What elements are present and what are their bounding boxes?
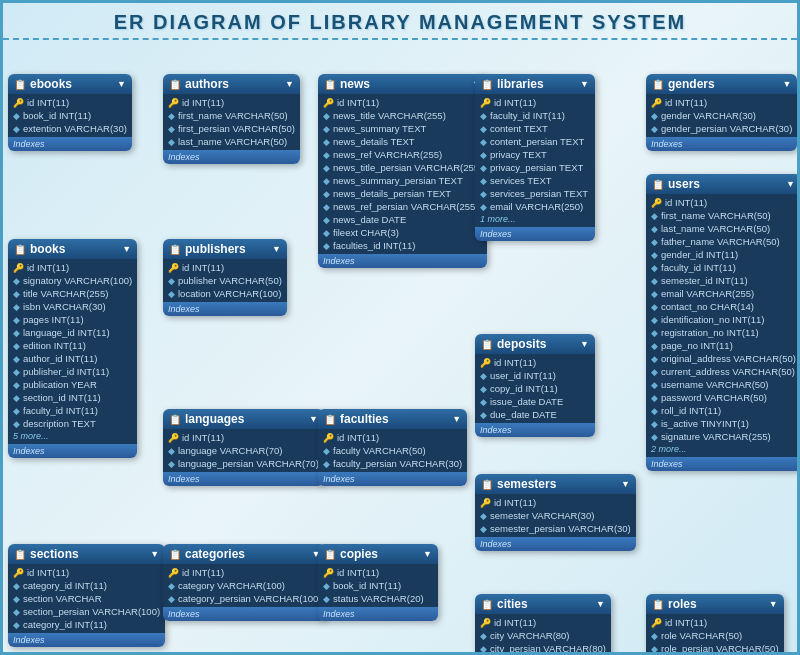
table-footer-semesters: Indexes bbox=[475, 537, 636, 551]
fk-icon: ◆ bbox=[480, 150, 487, 160]
table-row: ◆faculties_id INT(11) bbox=[318, 239, 487, 252]
field-text: publisher_id INT(11) bbox=[23, 366, 109, 377]
dropdown-icon[interactable]: ▼ bbox=[782, 79, 791, 89]
table-icon: 📋 bbox=[652, 599, 664, 610]
table-body-genders: 🔑id INT(11)◆gender VARCHAR(30)◆gender_pe… bbox=[646, 94, 797, 137]
table-row: ◆publication YEAR bbox=[8, 378, 137, 391]
dropdown-icon[interactable]: ▼ bbox=[423, 549, 432, 559]
table-row: 🔑id INT(11) bbox=[475, 96, 595, 109]
fk-icon: ◆ bbox=[651, 393, 658, 403]
table-row: ◆news_details_persian TEXT bbox=[318, 187, 487, 200]
table-name: sections bbox=[30, 547, 79, 561]
table-row: ◆section_id INT(11) bbox=[8, 391, 137, 404]
dropdown-icon[interactable]: ▼ bbox=[150, 549, 159, 559]
table-name: news bbox=[340, 77, 370, 91]
table-row: ◆category VARCHAR(100) bbox=[163, 579, 326, 592]
table-row: ◆faculty_id INT(11) bbox=[8, 404, 137, 417]
table-icon: 📋 bbox=[652, 79, 664, 90]
dropdown-icon[interactable]: ▼ bbox=[309, 414, 318, 424]
table-row: ◆status VARCHAR(20) bbox=[318, 592, 438, 605]
fk-icon: ◆ bbox=[651, 631, 658, 641]
fk-icon: ◆ bbox=[323, 189, 330, 199]
table-deposits: 📋deposits▼🔑id INT(11)◆user_id INT(11)◆co… bbox=[475, 334, 595, 437]
field-text: roll_id INT(11) bbox=[661, 405, 721, 416]
table-row: 🔑id INT(11) bbox=[8, 96, 132, 109]
table-row: ◆identification_no INT(11) bbox=[646, 313, 800, 326]
fk-icon: ◆ bbox=[480, 163, 487, 173]
table-name: cities bbox=[497, 597, 528, 611]
fk-icon: ◆ bbox=[651, 289, 658, 299]
dropdown-icon[interactable]: ▼ bbox=[769, 599, 778, 609]
field-text: current_address VARCHAR(50) bbox=[661, 366, 795, 377]
pk-icon: 🔑 bbox=[480, 358, 491, 368]
table-news: 📋news▼🔑id INT(11)◆news_title VARCHAR(255… bbox=[318, 74, 487, 268]
pk-icon: 🔑 bbox=[323, 568, 334, 578]
table-header-copies: 📋copies▼ bbox=[318, 544, 438, 564]
table-row: 🔑id INT(11) bbox=[163, 96, 300, 109]
more-fields: 5 more... bbox=[8, 430, 137, 442]
table-row: ◆faculty VARCHAR(50) bbox=[318, 444, 467, 457]
field-text: last_name VARCHAR(50) bbox=[661, 223, 770, 234]
dropdown-icon[interactable]: ▼ bbox=[786, 179, 795, 189]
dropdown-icon[interactable]: ▼ bbox=[285, 79, 294, 89]
table-row: ◆book_id INT(11) bbox=[8, 109, 132, 122]
table-row: ◆book_id INT(11) bbox=[318, 579, 438, 592]
table-row: ◆first_name VARCHAR(50) bbox=[646, 209, 800, 222]
table-name: books bbox=[30, 242, 65, 256]
table-row: 🔑id INT(11) bbox=[163, 566, 326, 579]
table-footer-categories: Indexes bbox=[163, 607, 326, 621]
field-text: id INT(11) bbox=[182, 97, 224, 108]
table-name: libraries bbox=[497, 77, 544, 91]
dropdown-icon[interactable]: ▼ bbox=[122, 244, 131, 254]
table-row: ◆semester_id INT(11) bbox=[646, 274, 800, 287]
field-text: news_ref_persian VARCHAR(255) bbox=[333, 201, 479, 212]
fk-icon: ◆ bbox=[480, 176, 487, 186]
fk-icon: ◆ bbox=[13, 315, 20, 325]
table-row: ◆semester_persian VARCHAR(30) bbox=[475, 522, 636, 535]
field-text: first_name VARCHAR(50) bbox=[661, 210, 771, 221]
fk-icon: ◆ bbox=[13, 607, 20, 617]
table-row: ◆first_name VARCHAR(50) bbox=[163, 109, 300, 122]
table-row: ◆registration_no INT(11) bbox=[646, 326, 800, 339]
field-text: section_id INT(11) bbox=[23, 392, 101, 403]
table-row: ◆news_details TEXT bbox=[318, 135, 487, 148]
field-text: id INT(11) bbox=[182, 262, 224, 273]
table-row: ◆email VARCHAR(250) bbox=[475, 200, 595, 213]
table-body-languages: 🔑id INT(11)◆language VARCHAR(70)◆languag… bbox=[163, 429, 324, 472]
table-row: ◆description TEXT bbox=[8, 417, 137, 430]
field-text: isbn VARCHAR(30) bbox=[23, 301, 106, 312]
field-text: semester VARCHAR(30) bbox=[490, 510, 594, 521]
table-row: ◆category_id INT(11) bbox=[8, 618, 165, 631]
table-semesters: 📋semesters▼🔑id INT(11)◆semester VARCHAR(… bbox=[475, 474, 636, 551]
table-row: ◆news_date DATE bbox=[318, 213, 487, 226]
dropdown-icon[interactable]: ▼ bbox=[596, 599, 605, 609]
table-name: copies bbox=[340, 547, 378, 561]
dropdown-icon[interactable]: ▼ bbox=[272, 244, 281, 254]
dropdown-icon[interactable]: ▼ bbox=[117, 79, 126, 89]
table-row: 🔑id INT(11) bbox=[318, 96, 487, 109]
fk-icon: ◆ bbox=[480, 371, 487, 381]
table-row: ◆category_persian VARCHAR(100) bbox=[163, 592, 326, 605]
table-header-genders: 📋genders▼ bbox=[646, 74, 797, 94]
table-icon: 📋 bbox=[14, 79, 26, 90]
pk-icon: 🔑 bbox=[480, 498, 491, 508]
fk-icon: ◆ bbox=[651, 237, 658, 247]
table-header-faculties: 📋faculties▼ bbox=[318, 409, 467, 429]
field-text: original_address VARCHAR(50) bbox=[661, 353, 796, 364]
fk-icon: ◆ bbox=[651, 380, 658, 390]
table-row: ◆role VARCHAR(50) bbox=[646, 629, 784, 642]
table-row: 🔑id INT(11) bbox=[475, 616, 611, 629]
pk-icon: 🔑 bbox=[480, 98, 491, 108]
fk-icon: ◆ bbox=[323, 124, 330, 134]
more-fields: 1 more... bbox=[475, 213, 595, 225]
table-header-books: 📋books▼ bbox=[8, 239, 137, 259]
table-body-authors: 🔑id INT(11)◆first_name VARCHAR(50)◆first… bbox=[163, 94, 300, 150]
dropdown-icon[interactable]: ▼ bbox=[452, 414, 461, 424]
table-row: ◆extention VARCHAR(30) bbox=[8, 122, 132, 135]
page-title: ER DIAGRAM OF LIBRARY MANAGEMENT SYSTEM bbox=[3, 3, 797, 40]
dropdown-icon[interactable]: ▼ bbox=[580, 79, 589, 89]
dropdown-icon[interactable]: ▼ bbox=[580, 339, 589, 349]
dropdown-icon[interactable]: ▼ bbox=[621, 479, 630, 489]
table-row: ◆original_address VARCHAR(50) bbox=[646, 352, 800, 365]
field-text: faculty_id INT(11) bbox=[490, 110, 565, 121]
